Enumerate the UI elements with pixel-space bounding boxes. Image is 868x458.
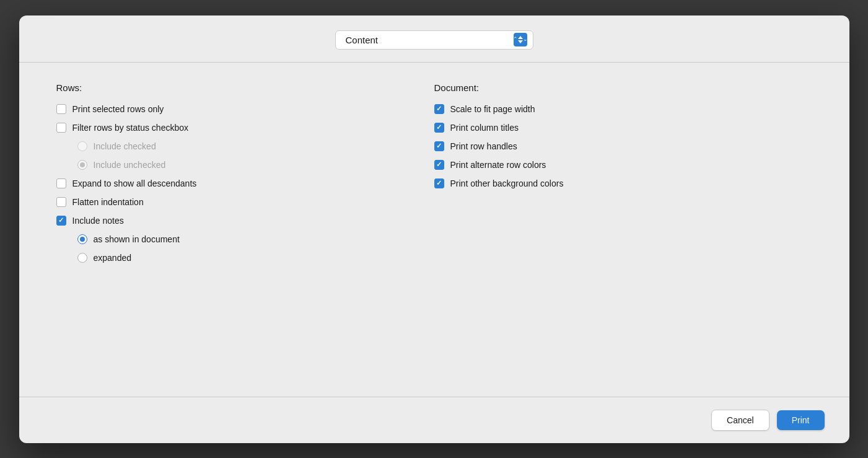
scale-to-fit-label: Scale to fit page width <box>450 104 535 114</box>
expanded-label: expanded <box>94 253 132 263</box>
flatten-indentation-label: Flatten indentation <box>72 197 144 207</box>
print-other-background-colors-label: Print other background colors <box>450 178 564 188</box>
filter-rows-checkbox[interactable] <box>56 123 66 133</box>
print-alternate-row-colors-checkbox[interactable] <box>434 160 444 170</box>
expand-descendants-row: Expand to show all descendants <box>56 178 434 188</box>
document-column: Document: Scale to fit page width Print … <box>434 82 812 384</box>
include-checked-radio[interactable] <box>77 141 87 151</box>
scale-to-fit-checkbox[interactable] <box>434 104 444 114</box>
print-column-titles-label: Print column titles <box>450 123 519 133</box>
expand-descendants-label: Expand to show all descendants <box>72 178 197 188</box>
expand-descendants-checkbox[interactable] <box>56 178 66 188</box>
flatten-indentation-row: Flatten indentation <box>56 197 434 207</box>
print-row-handles-label: Print row handles <box>450 141 517 151</box>
include-unchecked-radio[interactable] <box>77 160 87 170</box>
expanded-radio[interactable] <box>77 253 87 263</box>
document-section-title: Document: <box>434 82 812 93</box>
print-button[interactable]: Print <box>777 410 825 430</box>
print-row-handles-checkbox[interactable] <box>434 141 444 151</box>
include-checked-label: Include checked <box>94 141 156 151</box>
dialog-body: Rows: Print selected rows only Filter ro… <box>19 63 849 397</box>
content-dropdown[interactable]: Content Layout Paper Handling <box>335 30 533 50</box>
print-other-background-colors-row: Print other background colors <box>434 178 812 188</box>
content-dropdown-wrapper[interactable]: Content Layout Paper Handling <box>335 30 533 50</box>
cancel-button[interactable]: Cancel <box>711 410 769 431</box>
print-column-titles-checkbox[interactable] <box>434 123 444 133</box>
print-row-handles-row: Print row handles <box>434 141 812 151</box>
print-dialog: Content Layout Paper Handling Rows: Prin… <box>19 15 849 443</box>
include-checked-row: Include checked <box>77 141 434 151</box>
print-other-background-colors-checkbox[interactable] <box>434 178 444 188</box>
flatten-indentation-checkbox[interactable] <box>56 197 66 207</box>
as-shown-radio[interactable] <box>77 234 87 244</box>
expanded-row: expanded <box>77 253 434 263</box>
dialog-header: Content Layout Paper Handling <box>19 15 849 50</box>
rows-column: Rows: Print selected rows only Filter ro… <box>56 82 434 384</box>
rows-section-title: Rows: <box>56 82 434 93</box>
scale-to-fit-row: Scale to fit page width <box>434 104 812 114</box>
include-notes-row: Include notes <box>56 216 434 226</box>
dialog-footer: Cancel Print <box>19 397 849 443</box>
print-alternate-row-colors-label: Print alternate row colors <box>450 160 546 170</box>
filter-rows-row: Filter rows by status checkbox <box>56 123 434 133</box>
include-unchecked-label: Include unchecked <box>94 160 166 170</box>
print-selected-rows-label: Print selected rows only <box>72 104 164 114</box>
include-notes-label: Include notes <box>72 216 124 226</box>
print-selected-rows-row: Print selected rows only <box>56 104 434 114</box>
include-unchecked-row: Include unchecked <box>77 160 434 170</box>
as-shown-row: as shown in document <box>77 234 434 244</box>
include-notes-checkbox[interactable] <box>56 216 66 226</box>
print-selected-rows-checkbox[interactable] <box>56 104 66 114</box>
print-column-titles-row: Print column titles <box>434 123 812 133</box>
as-shown-label: as shown in document <box>94 234 180 244</box>
filter-rows-label: Filter rows by status checkbox <box>72 123 189 133</box>
print-alternate-row-colors-row: Print alternate row colors <box>434 160 812 170</box>
